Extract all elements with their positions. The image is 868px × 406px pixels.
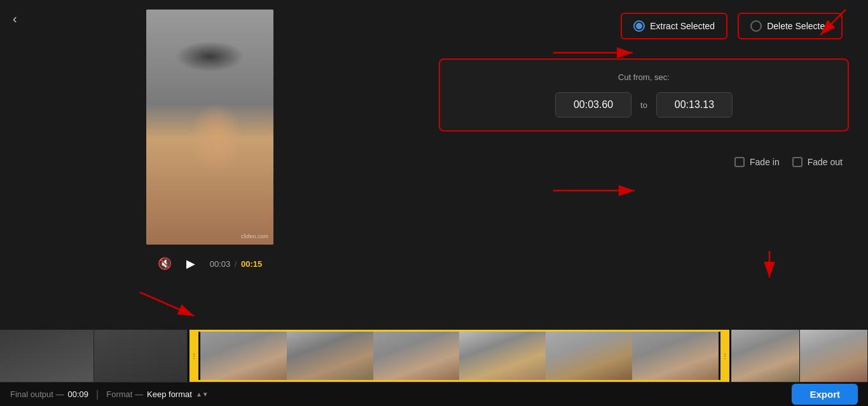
clip-thumb-3 — [373, 332, 460, 380]
thumb-right-2 — [800, 330, 869, 382]
handle-right-icon: ⋮ — [722, 353, 728, 360]
cut-to-input[interactable] — [656, 92, 733, 118]
left-panel: clideo.com 🔇 ▶ 00:03 / 00:15 — [0, 0, 420, 369]
export-button[interactable]: Export — [792, 384, 858, 405]
cut-to-label: to — [640, 100, 647, 110]
timeline-thumbnails: ⋮ ⋮ — [0, 330, 868, 382]
clip-thumbnails — [200, 332, 719, 380]
video-frame — [146, 10, 273, 245]
clip-handle-left[interactable]: ⋮ — [189, 332, 198, 380]
bottom-bar: Final output — 00:09 | Format — Keep for… — [0, 382, 868, 406]
back-button[interactable]: ‹ — [13, 11, 17, 26]
thumb-right-1 — [731, 330, 800, 382]
video-watermark: clideo.com — [241, 233, 268, 240]
time-display: 00:03 / 00:15 — [210, 259, 263, 269]
cut-label: Cut from, sec: — [455, 72, 832, 82]
final-output-info: Final output — 00:09 — [10, 389, 88, 399]
delete-selected-option[interactable]: Delete Selected — [738, 13, 843, 39]
main-layout: clideo.com 🔇 ▶ 00:03 / 00:15 Extract Sel… — [0, 0, 868, 369]
format-label: Format — — [106, 389, 143, 399]
clip-thumb-5 — [546, 332, 632, 380]
extract-label: Extract Selected — [650, 21, 715, 31]
format-chevron-icon: ▲▼ — [196, 391, 209, 398]
play-icon: ▶ — [186, 257, 195, 271]
time-separator: / — [235, 259, 237, 269]
fade-in-option[interactable]: Fade in — [734, 157, 780, 167]
fade-out-option[interactable]: Fade out — [792, 157, 843, 167]
clip-handle-right[interactable]: ⋮ — [720, 332, 729, 380]
bottom-separator: | — [96, 389, 99, 400]
right-thumbnails — [731, 330, 868, 382]
mute-icon[interactable]: 🔇 — [158, 257, 172, 271]
video-controls: 🔇 ▶ 00:03 / 00:15 — [158, 252, 263, 275]
clip-thumb-1 — [200, 332, 287, 380]
right-panel: Extract Selected Delete Selected Cut fro… — [420, 0, 868, 369]
current-time: 00:03 — [210, 259, 231, 269]
extract-selected-option[interactable]: Extract Selected — [621, 13, 727, 39]
action-row: Extract Selected Delete Selected — [439, 13, 843, 39]
format-select[interactable]: Format — Keep format ▲▼ — [106, 389, 208, 399]
delete-radio[interactable] — [750, 20, 762, 32]
left-thumbnails — [0, 330, 188, 382]
clip-thumb-6 — [632, 332, 719, 380]
delete-label: Delete Selected — [767, 21, 830, 31]
handle-left-icon: ⋮ — [191, 353, 197, 360]
fade-in-label: Fade in — [750, 157, 780, 167]
clip-thumb-4 — [459, 332, 546, 380]
cut-panel: Cut from, sec: to — [439, 58, 849, 132]
clip-thumb-2 — [287, 332, 373, 380]
timeline-area: ⋮ ⋮ — [0, 330, 868, 382]
cut-inputs: to — [455, 92, 832, 118]
thumb-left-1 — [0, 330, 94, 382]
fade-out-label: Fade out — [808, 157, 843, 167]
selected-clip[interactable]: ⋮ ⋮ — [189, 330, 729, 382]
fade-in-checkbox[interactable] — [734, 157, 745, 167]
cut-from-input[interactable] — [555, 92, 631, 118]
total-time: 00:15 — [241, 259, 262, 269]
fade-out-checkbox[interactable] — [792, 157, 803, 167]
final-output-label: Final output — — [10, 389, 64, 399]
extract-radio[interactable] — [633, 20, 645, 32]
export-label: Export — [809, 389, 840, 400]
fade-row: Fade in Fade out — [439, 157, 843, 167]
format-value: Keep format — [147, 389, 192, 399]
thumb-left-2 — [94, 330, 188, 382]
play-button[interactable]: ▶ — [179, 252, 202, 275]
final-output-duration: 00:09 — [68, 389, 89, 399]
video-preview: clideo.com — [146, 10, 273, 245]
